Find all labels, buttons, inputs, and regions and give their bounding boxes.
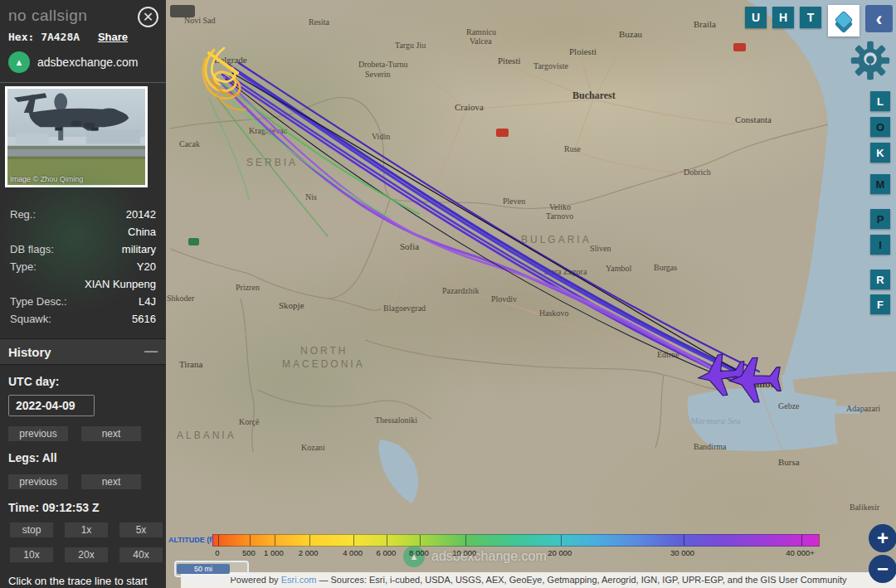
field-row: Reg.:20142 xyxy=(10,206,156,223)
altitude-tick-label: 20 000 xyxy=(548,548,572,557)
altitude-tick xyxy=(684,535,684,546)
day-nav: previous next xyxy=(8,426,159,441)
field-value: 5616 xyxy=(132,310,156,328)
flight-trace-layer[interactable] xyxy=(166,0,896,588)
map-button-I[interactable]: I xyxy=(870,235,890,255)
field-row: China xyxy=(10,223,156,241)
map-button-M[interactable]: M xyxy=(870,174,890,194)
altitude-tick xyxy=(353,535,354,546)
altitude-legend: ALTITUDE (ft) 05001 0002 0004 0006 0008 … xyxy=(166,532,896,561)
altitude-tick-label: 6 000 xyxy=(376,548,396,557)
field-value: XIAN Kunpeng xyxy=(85,275,156,293)
scalebar-label: 50 mi xyxy=(177,564,230,574)
map-attribution: Powered by Esri.com — Sources: Esri, i-c… xyxy=(181,572,896,588)
hex-value: 7A428A xyxy=(41,31,80,43)
layers-diamond-icon xyxy=(835,12,852,29)
map-button-O[interactable]: O xyxy=(870,117,890,137)
aircraft-info-panel: no callsign ✕ Hex: 7A428A Share ▲ adsbex… xyxy=(0,0,166,588)
field-label: Reg.: xyxy=(10,206,36,223)
field-row: DB flags:military xyxy=(10,241,156,258)
map-button-R[interactable]: R xyxy=(870,270,890,289)
field-label: Type Desc.: xyxy=(10,293,67,310)
speed-button-1x[interactable]: 1x xyxy=(65,522,108,537)
altitude-tick-label: 2 000 xyxy=(299,548,319,557)
next-leg-button[interactable]: next xyxy=(81,474,141,489)
zoom-in-button[interactable]: + xyxy=(869,524,896,552)
field-value: military xyxy=(122,241,156,258)
field-label: Squawk: xyxy=(10,310,51,328)
speed-button-20x[interactable]: 20x xyxy=(65,547,108,562)
zoom-out-button[interactable]: − xyxy=(869,555,896,583)
collapse-history-icon[interactable]: — xyxy=(144,344,158,359)
field-value: L4J xyxy=(139,293,156,310)
chevron-left-icon: ‹ xyxy=(876,7,883,31)
altitude-tick xyxy=(801,535,802,546)
map-button-K[interactable]: K xyxy=(870,143,890,163)
altitude-tick-label: 4 000 xyxy=(343,548,363,557)
adsbexchange-app: no callsign ✕ Hex: 7A428A Share ▲ adsbex… xyxy=(0,0,896,588)
altitude-tick-label: 30 000 xyxy=(670,548,694,557)
speed-button-5x[interactable]: 5x xyxy=(119,522,163,537)
map-button-H[interactable]: H xyxy=(772,7,794,28)
map-corner-tag xyxy=(170,5,195,17)
map[interactable]: Novi SadBelgradeResitaTargu JiuDrobeta-T… xyxy=(166,0,896,588)
speed-button-10x[interactable]: 10x xyxy=(10,547,53,562)
brand-name: adsbexchange.com xyxy=(37,56,138,69)
field-label: DB flags: xyxy=(10,241,54,258)
leg-nav: previous next xyxy=(8,474,159,489)
altitude-tick xyxy=(218,535,219,546)
map-button-T[interactable]: T xyxy=(800,7,821,28)
settings-gear-icon[interactable] xyxy=(846,36,894,85)
aircraft-fields: Reg.:20142ChinaDB flags:militaryType:Y20… xyxy=(0,187,166,330)
speed-button-40x[interactable]: 40x xyxy=(119,547,163,562)
history-body: UTC day: previous next Legs: All previou… xyxy=(0,365,166,588)
panel-header: no callsign ✕ Hex: 7A428A Share ▲ adsbex… xyxy=(0,0,166,83)
collapse-panel-button[interactable]: ‹ xyxy=(865,5,893,32)
map-scalebar: 50 mi xyxy=(174,561,249,577)
altitude-tick xyxy=(420,535,421,546)
altitude-tick-label: 500 xyxy=(242,548,256,557)
map-button-U[interactable]: U xyxy=(745,7,767,28)
field-value: Y20 xyxy=(137,258,156,275)
esri-link[interactable]: Esri.com xyxy=(281,575,317,585)
altitude-tick xyxy=(387,535,387,546)
field-row: Type Desc.:L4J xyxy=(10,293,156,310)
field-row: Squawk:5616 xyxy=(10,310,156,328)
previous-day-button[interactable]: previous xyxy=(8,426,68,441)
altitude-tick xyxy=(275,535,275,546)
altitude-tick-label: 1 000 xyxy=(264,548,284,557)
utc-day-input[interactable] xyxy=(8,395,95,416)
altitude-tick xyxy=(309,535,310,546)
history-header[interactable]: History — xyxy=(0,338,166,365)
field-value: 20142 xyxy=(126,206,156,223)
next-day-button[interactable]: next xyxy=(81,426,141,441)
altitude-tick xyxy=(465,535,466,546)
hex-label: Hex: xyxy=(8,31,34,43)
altitude-tick-label: 0 xyxy=(215,548,219,557)
map-button-L[interactable]: L xyxy=(870,91,890,111)
field-row: XIAN Kunpeng xyxy=(10,275,156,293)
speed-button-stop[interactable]: stop xyxy=(10,522,53,537)
altitude-tick-label: 10 000 xyxy=(452,548,476,557)
history-title: History xyxy=(8,345,51,359)
altitude-legend-label: ALTITUDE (ft) xyxy=(168,536,217,544)
brand-row: ▲ adsbexchange.com xyxy=(8,51,158,73)
playback-hint: Click on the trace line to start playbac… xyxy=(8,574,159,588)
adsbexchange-logo-icon: ▲ xyxy=(8,51,30,73)
legs-label: Legs: All xyxy=(8,451,159,464)
close-icon[interactable]: ✕ xyxy=(138,7,158,27)
altitude-tick-label: 40 000+ xyxy=(786,548,815,557)
utc-day-label: UTC day: xyxy=(8,375,159,388)
share-link[interactable]: Share xyxy=(98,31,128,43)
hex-row: Hex: 7A428A Share xyxy=(8,31,158,43)
previous-leg-button[interactable]: previous xyxy=(8,474,68,489)
callsign-text: no callsign xyxy=(8,7,158,25)
field-row: Type:Y20 xyxy=(10,258,156,275)
map-button-P[interactable]: P xyxy=(870,209,890,229)
altitude-tick xyxy=(250,535,251,546)
layers-button[interactable] xyxy=(828,5,859,36)
map-button-F[interactable]: F xyxy=(870,294,890,314)
time-label: Time: 09:12:53 Z xyxy=(8,501,159,514)
flight-trace[interactable] xyxy=(203,48,759,388)
altitude-tick-label: 8 000 xyxy=(409,548,429,557)
